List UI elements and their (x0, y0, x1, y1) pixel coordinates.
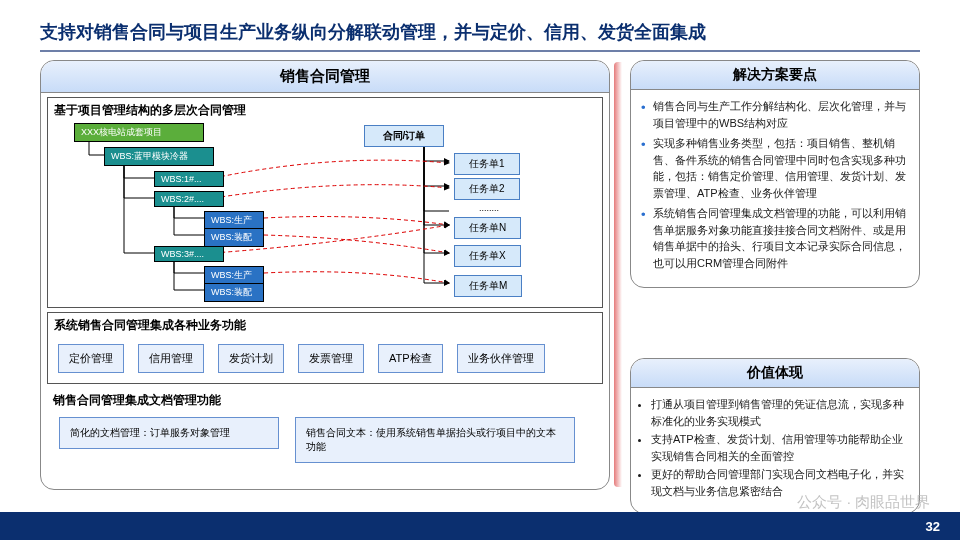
section2-title: 系统销售合同管理集成各种业务功能 (54, 317, 596, 334)
solution-item: 系统销售合同管理集成文档管理的功能，可以利用销售单据服务对象功能直接挂接合同文档… (641, 205, 909, 271)
node-wbs2: WBS:1#... (154, 171, 224, 187)
value-panel: 价值体现 打通从项目管理到销售管理的凭证信息流，实现多种标准化的业务实现模式 支… (630, 358, 920, 514)
node-task3: 任务单N (454, 217, 521, 239)
doc-box2: 销售合同文本：使用系统销售单据抬头或行项目中的文本功能 (295, 417, 575, 463)
node-project: XXX核电站成套项目 (74, 123, 204, 142)
node-task4: 任务单X (454, 245, 521, 267)
section-hierarchy: 基于项目管理结构的多层次合同管理 (47, 97, 603, 308)
left-panel: 销售合同管理 基于项目管理结构的多层次合同管理 (40, 60, 610, 490)
node-task2: 任务单2 (454, 178, 520, 200)
wbs-diagram: XXX核电站成套项目 WBS:蓝甲模块冷器 WBS:1#... WBS:2#..… (54, 123, 596, 303)
node-wbs1: WBS:蓝甲模块冷器 (104, 147, 214, 166)
fn-delivery: 发货计划 (218, 344, 284, 373)
fn-pricing: 定价管理 (58, 344, 124, 373)
value-item: 打通从项目管理到销售管理的凭证信息流，实现多种标准化的业务实现模式 (651, 396, 909, 429)
fn-credit: 信用管理 (138, 344, 204, 373)
node-wbs3: WBS:2#.... (154, 191, 224, 207)
function-row: 定价管理 信用管理 发货计划 发票管理 ATP检查 业务伙伴管理 (54, 338, 596, 379)
footer-bar (0, 512, 960, 540)
node-contract: 合同/订单 (364, 125, 444, 147)
value-item: 支持ATP检查、发货计划、信用管理等功能帮助企业实现销售合同相关的全面管控 (651, 431, 909, 464)
value-list: 打通从项目管理到销售管理的凭证信息流，实现多种标准化的业务实现模式 支持ATP检… (651, 396, 909, 499)
section1-title: 基于项目管理结构的多层次合同管理 (54, 102, 596, 119)
watermark: 公众号 · 肉眼品世界 (797, 493, 930, 512)
node-task1: 任务单1 (454, 153, 520, 175)
value-title: 价值体现 (631, 359, 919, 388)
solution-item: 销售合同与生产工作分解结构化、层次化管理，并与项目管理中的WBS结构对应 (641, 98, 909, 131)
slide-title: 支持对销售合同与项目生产业务纵向分解联动管理，并与定价、信用、发货全面集成 (40, 20, 706, 44)
title-divider (40, 50, 920, 52)
node-wbs8: WBS:装配 (204, 283, 264, 302)
dots: ........ (479, 203, 499, 213)
fn-atp: ATP检查 (378, 344, 443, 373)
section-functions: 系统销售合同管理集成各种业务功能 定价管理 信用管理 发货计划 发票管理 ATP… (47, 312, 603, 384)
section-docs: 销售合同管理集成文档管理功能 简化的文档管理：订单服务对象管理 销售合同文本：使… (47, 388, 603, 471)
solution-title: 解决方案要点 (631, 61, 919, 90)
left-panel-title: 销售合同管理 (41, 61, 609, 93)
page-number: 32 (926, 519, 940, 534)
node-wbs5: WBS:装配 (204, 228, 264, 247)
solution-panel: 解决方案要点 销售合同与生产工作分解结构化、层次化管理，并与项目管理中的WBS结… (630, 60, 920, 288)
section3-title: 销售合同管理集成文档管理功能 (53, 392, 597, 409)
accent-bar (614, 62, 622, 487)
node-wbs6: WBS:3#.... (154, 246, 224, 262)
doc-box1: 简化的文档管理：订单服务对象管理 (59, 417, 279, 449)
node-task5: 任务单M (454, 275, 522, 297)
solution-list: 销售合同与生产工作分解结构化、层次化管理，并与项目管理中的WBS结构对应 实现多… (641, 98, 909, 271)
fn-invoice: 发票管理 (298, 344, 364, 373)
fn-partner: 业务伙伴管理 (457, 344, 545, 373)
solution-item: 实现多种销售业务类型，包括：项目销售、整机销售、备件系统的销售合同管理中同时包含… (641, 135, 909, 201)
